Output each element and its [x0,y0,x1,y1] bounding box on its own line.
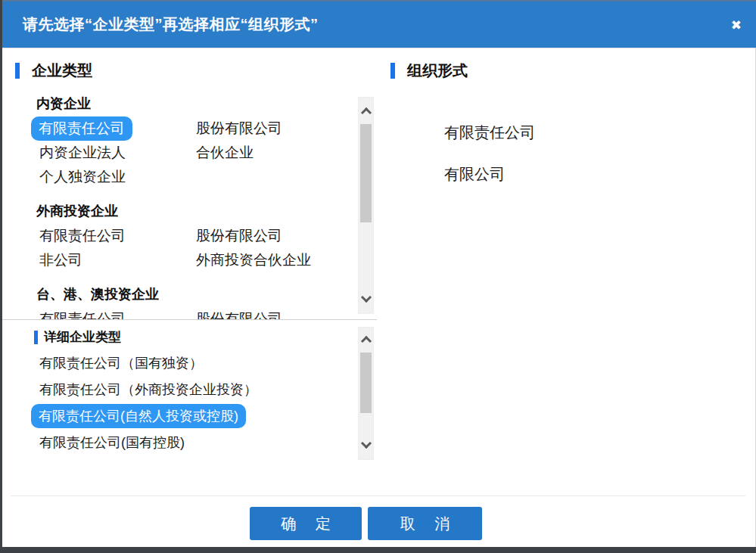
enterprise-type-option[interactable]: 内资企业法人 [36,141,129,165]
organization-form-option[interactable]: 有限公司 [444,163,535,185]
detailed-type-row: 有限责任公司（外商投资企业投资） [36,376,354,402]
header-divider [2,48,756,48]
group-gap [36,189,376,198]
detailed-type-row: 有限责任公司(自然人投资或控股) [36,402,354,429]
list-divider [2,319,377,320]
scroll-down-icon[interactable] [362,295,369,302]
organization-form-option[interactable]: 有限责任公司 [444,121,535,144]
detailed-type-row: 有限责任公司(国有控股) [36,429,354,455]
enterprise-group-label: 台、港、澳投资企业 [36,281,376,307]
organization-form-title: 组织形式 [407,61,468,81]
detailed-type-title: 详细企业类型 [44,328,121,346]
organization-form-section-header: 组织形式 [390,61,468,81]
enterprise-type-row: 个人独资企业 [36,165,376,189]
detailed-type-option[interactable]: 有限责任公司(自然人投资或控股) [31,404,246,428]
enterprise-type-row: 非公司外商投资合伙企业 [36,248,376,272]
detailed-type-option[interactable]: 有限责任公司（外商投资企业投资） [36,379,260,400]
enterprise-type-option[interactable]: 外商投资合伙企业 [193,248,314,272]
confirm-button[interactable]: 确 定 [250,507,362,540]
enterprise-type-cell: 内资企业法人 [36,141,193,165]
scrollbar-thumb[interactable] [360,124,372,222]
dialog-header: 请先选择“企业类型”再选择相应“组织形式” ✖ [2,0,756,48]
detailed-type-scrollbar[interactable] [358,327,374,460]
scroll-down-icon[interactable] [362,441,369,448]
enterprise-type-list: 内资企业有限责任公司股份有限公司内资企业法人合伙企业个人独资企业外商投资企业有限… [2,91,376,319]
enterprise-type-option[interactable]: 股份有限公司 [193,224,285,248]
enterprise-type-row: 有限责任公司股份有限公司 [36,307,376,319]
enterprise-type-option[interactable]: 有限责任公司 [36,224,129,248]
detailed-type-option[interactable]: 有限责任公司(国有控股) [36,432,188,453]
enterprise-group-label: 外商投资企业 [36,198,376,224]
enterprise-type-cell: 有限责任公司 [36,117,193,141]
enterprise-type-option[interactable]: 有限责任公司 [36,307,129,319]
scroll-up-icon[interactable] [362,336,369,343]
organization-form-list: 有限责任公司有限公司 [444,121,535,204]
enterprise-type-row: 内资企业法人合伙企业 [36,141,376,165]
page-edge-left [0,0,2,553]
enterprise-type-option[interactable]: 股份有限公司 [193,307,285,319]
enterprise-type-option[interactable]: 合伙企业 [193,141,257,165]
scrollbar-thumb[interactable] [360,353,372,413]
scroll-up-icon[interactable] [362,107,369,114]
enterprise-type-cell: 外商投资合伙企业 [193,248,314,272]
enterprise-type-cell: 有限责任公司 [36,307,193,319]
accent-bar-icon [15,63,20,79]
enterprise-type-cell: 个人独资企业 [36,165,193,189]
enterprise-type-section-header: 企业类型 [15,61,92,81]
detailed-type-list: 有限责任公司（国有独资）有限责任公司（外商投资企业投资）有限责任公司(自然人投资… [2,350,354,460]
footer-divider [11,496,745,496]
enterprise-type-option[interactable]: 个人独资企业 [36,165,129,189]
accent-bar-icon [34,331,38,344]
enterprise-type-cell: 股份有限公司 [193,117,285,141]
enterprise-type-cell: 非公司 [36,248,193,272]
enterprise-type-scrollbar[interactable] [358,97,374,314]
enterprise-type-option[interactable]: 股份有限公司 [193,117,285,141]
cancel-button[interactable]: 取 消 [368,507,482,540]
close-icon[interactable]: ✖ [731,18,742,31]
enterprise-type-row: 有限责任公司股份有限公司 [36,224,376,248]
enterprise-type-title: 企业类型 [32,61,92,81]
dialog-title: 请先选择“企业类型”再选择相应“组织形式” [23,14,319,35]
detailed-type-row: 有限责任公司（国有独资） [36,350,354,376]
enterprise-type-option[interactable]: 非公司 [36,248,86,272]
enterprise-group-label: 内资企业 [36,91,376,117]
page-edge-bottom [0,547,756,553]
enterprise-type-cell: 股份有限公司 [193,307,285,319]
group-gap [36,272,376,281]
enterprise-type-row: 有限责任公司股份有限公司 [36,117,376,141]
enterprise-type-cell: 有限责任公司 [36,224,193,248]
detailed-type-option[interactable]: 有限责任公司（国有独资） [36,353,206,374]
enterprise-type-cell: 股份有限公司 [193,224,285,248]
detailed-type-section-header: 详细企业类型 [34,328,121,346]
enterprise-type-option[interactable]: 有限责任公司 [31,117,132,141]
enterprise-type-cell: 合伙企业 [193,141,257,165]
accent-bar-icon [390,63,395,79]
